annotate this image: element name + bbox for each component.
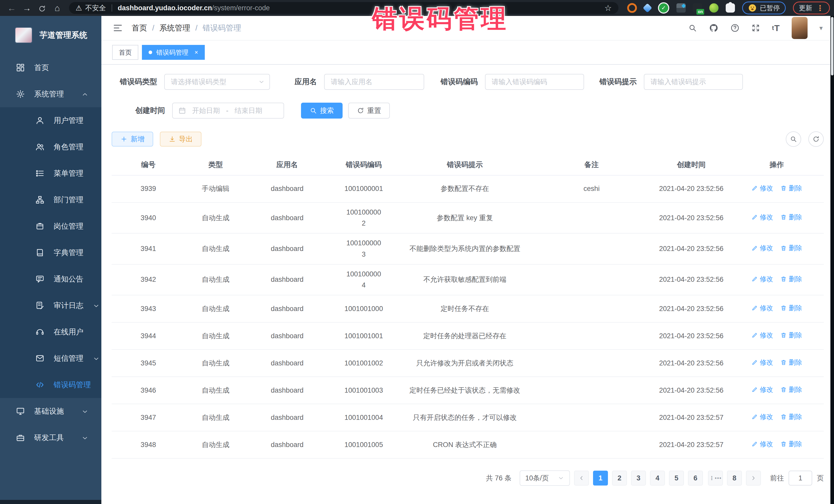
sidebar-item-code[interactable]: 错误码管理	[0, 372, 101, 398]
refresh-table-button[interactable]	[808, 131, 824, 147]
date-range-picker[interactable]: 开始日期 - 结束日期	[172, 103, 284, 118]
add-button[interactable]: 新增	[112, 132, 153, 147]
search-button[interactable]: 搜索	[301, 103, 343, 118]
close-icon[interactable]	[195, 49, 198, 56]
delete-link[interactable]: 删除	[781, 330, 802, 341]
export-button[interactable]: 导出	[160, 132, 201, 147]
error-type-select[interactable]	[164, 74, 270, 90]
page-button-6[interactable]: 6	[688, 470, 703, 485]
edit-link[interactable]: 修改	[751, 274, 773, 285]
browser-reload-icon[interactable]	[35, 3, 49, 13]
table-row[interactable]: 3948自动生成dashboard1001001005CRON 表达式不正确20…	[112, 431, 824, 459]
sidebar-item-user[interactable]: 用户管理	[0, 107, 101, 134]
reset-button[interactable]: 重置	[348, 103, 390, 118]
table-row[interactable]: 3940自动生成dashboard100100000 2参数配置 key 重复2…	[112, 203, 824, 234]
browser-home-icon[interactable]	[49, 3, 65, 13]
table-row[interactable]: 3942自动生成dashboard100100000 4不允许获取敏感配置到前端…	[112, 265, 824, 295]
app-name-input[interactable]	[324, 74, 424, 90]
extension-leaf-icon[interactable]	[709, 3, 719, 13]
edit-link[interactable]: 修改	[751, 439, 773, 450]
sidebar-item-dashboard[interactable]: 首页	[0, 54, 101, 81]
delete-link[interactable]: 删除	[781, 412, 802, 422]
sidebar-item-users[interactable]: 角色管理	[0, 134, 101, 160]
github-icon[interactable]	[709, 23, 719, 33]
edit-link[interactable]: 修改	[751, 303, 773, 313]
edit-link[interactable]: 修改	[751, 330, 773, 341]
page-button-2[interactable]: 2	[612, 470, 627, 485]
page-ellipsis[interactable]: •••	[708, 470, 723, 485]
browser-back-icon[interactable]	[4, 3, 19, 13]
sidebar-item-post[interactable]: 岗位管理	[0, 213, 101, 239]
extension-gem-icon[interactable]	[643, 3, 652, 13]
app-logo-row[interactable]: 芋道管理系统	[0, 16, 101, 54]
next-page-button[interactable]	[746, 470, 761, 485]
hamburger-icon[interactable]	[113, 23, 123, 33]
error-code-input[interactable]	[485, 74, 584, 90]
address-bar[interactable]: 不安全 dashboard.yudao.iocoder.cn/system/er…	[69, 2, 618, 14]
page-button-3[interactable]: 3	[631, 470, 646, 485]
extension-paused-badge[interactable]: 已暂停	[742, 2, 786, 14]
table-row[interactable]: 3947自动生成dashboard1001001004只有开启状态的任务，才可以…	[112, 404, 824, 431]
table-row[interactable]: 3944自动生成dashboard1001001001定时任务的处理器已经存在2…	[112, 323, 824, 350]
sidebar-item-infra[interactable]: 基础设施	[0, 398, 101, 424]
edit-link[interactable]: 修改	[751, 212, 773, 223]
page-size-select[interactable]: 10条/页	[520, 470, 570, 486]
sidebar-item-menu-list[interactable]: 菜单管理	[0, 160, 101, 187]
sidebar-item-gear[interactable]: 系统管理	[0, 81, 101, 107]
breadcrumb-system[interactable]: 系统管理	[159, 23, 190, 34]
sidebar-item-sms[interactable]: 短信管理	[0, 345, 101, 372]
extensions-puzzle-icon[interactable]	[726, 3, 735, 13]
page-button-8[interactable]: 8	[727, 470, 742, 485]
edit-link[interactable]: 修改	[751, 243, 773, 254]
goto-page-input[interactable]	[789, 470, 812, 485]
extension-grid-icon[interactable]	[676, 3, 686, 13]
page-button-1[interactable]: 1	[593, 470, 608, 485]
bookmark-star-icon[interactable]	[604, 3, 612, 13]
extension-check-icon[interactable]: ✓	[658, 2, 669, 14]
show-search-toggle-button[interactable]	[786, 131, 801, 147]
page-scrollbar[interactable]	[830, 16, 834, 504]
table-row[interactable]: 3941自动生成dashboard100100000 3不能删除类型为系统内置的…	[112, 234, 824, 264]
page-button-4[interactable]: 4	[650, 470, 665, 485]
breadcrumb-home[interactable]: 首页	[132, 23, 147, 34]
sidebar-item-tools[interactable]: 研发工具	[0, 424, 101, 451]
delete-link[interactable]: 删除	[781, 243, 802, 254]
error-hint-input[interactable]	[644, 74, 743, 90]
browser-update-button[interactable]: 更新	[793, 2, 830, 14]
table-row[interactable]: 3946自动生成dashboard1001001003定时任务已经处于该状态，无…	[112, 377, 824, 404]
sidebar-item-org-tree[interactable]: 部门管理	[0, 187, 101, 213]
browser-menu-icon[interactable]	[816, 4, 824, 13]
scrollbar-thumb[interactable]	[831, 17, 833, 75]
help-icon[interactable]	[730, 23, 740, 32]
delete-link[interactable]: 删除	[781, 274, 802, 285]
extension-ring-icon[interactable]	[627, 3, 637, 13]
prev-page-button[interactable]	[574, 470, 589, 485]
sidebar-item-dict[interactable]: 字典管理	[0, 239, 101, 266]
avatar-caret-down-icon[interactable]	[819, 24, 823, 32]
delete-link[interactable]: 删除	[781, 385, 802, 395]
edit-link[interactable]: 修改	[751, 183, 773, 194]
sidebar-item-online[interactable]: 在线用户	[0, 319, 101, 345]
table-row[interactable]: 3943自动生成dashboard1001001000定时任务不存在2021-0…	[112, 295, 824, 323]
page-button-5[interactable]: 5	[669, 470, 684, 485]
tab-error-code[interactable]: 错误码管理	[142, 45, 205, 60]
table-row[interactable]: 3945自动生成dashboard1001001002只允许修改为开启或者关闭状…	[112, 350, 824, 377]
extension-on-badge-icon[interactable]	[693, 3, 702, 13]
sidebar-item-log[interactable]: 审计日志	[0, 292, 101, 319]
delete-link[interactable]: 删除	[781, 212, 802, 223]
edit-link[interactable]: 修改	[751, 385, 773, 395]
edit-link[interactable]: 修改	[751, 412, 773, 422]
edit-link[interactable]: 修改	[751, 357, 773, 368]
search-icon[interactable]	[688, 24, 697, 32]
delete-link[interactable]: 删除	[781, 303, 802, 313]
delete-link[interactable]: 删除	[781, 183, 802, 194]
font-size-icon[interactable]: tT	[772, 23, 780, 33]
tab-home[interactable]: 首页	[112, 45, 138, 60]
browser-forward-icon[interactable]	[19, 3, 35, 13]
table-row[interactable]: 3939手动编辑dashboard1001000001参数配置不存在ceshi2…	[112, 176, 824, 203]
delete-link[interactable]: 删除	[781, 439, 802, 450]
avatar[interactable]	[792, 17, 808, 39]
fullscreen-icon[interactable]	[751, 24, 760, 32]
sidebar-item-notice[interactable]: 通知公告	[0, 266, 101, 292]
delete-link[interactable]: 删除	[781, 357, 802, 368]
